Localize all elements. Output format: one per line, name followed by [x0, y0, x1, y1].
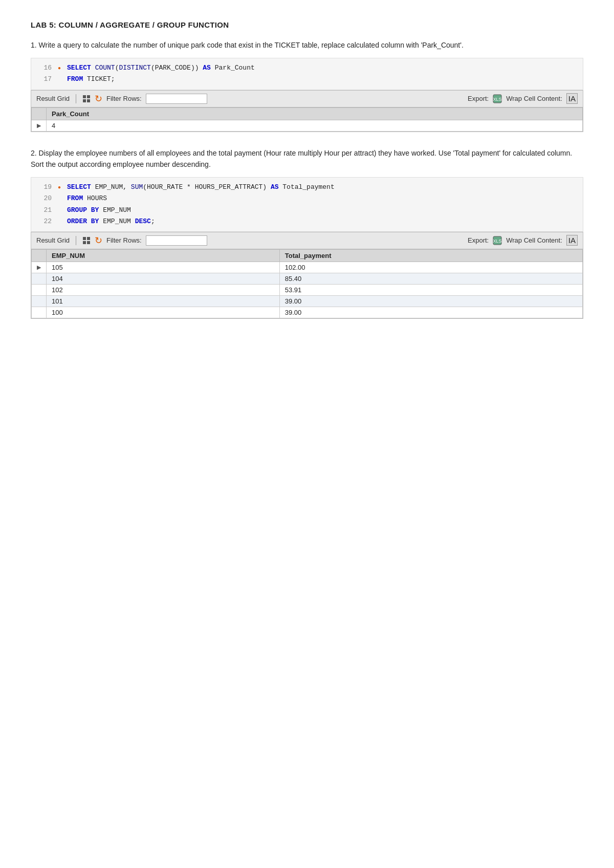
row-arrow-q2-4	[32, 295, 47, 307]
cell-emp-num-1: 105	[47, 262, 280, 273]
filter-rows-input-q1[interactable]	[146, 94, 207, 104]
wrap-label-q2: Wrap Cell Content:	[506, 236, 562, 244]
row-arrow-q1-1: ▶	[32, 120, 47, 131]
result-container-q2: Result Grid ↻ Filter Rows: Export: XLS W…	[31, 232, 583, 319]
refresh-icon-q1[interactable]: ↻	[95, 93, 102, 104]
code-block-q2: 19 ● SELECT EMP_NUM, SUM(HOUR_RATE * HOU…	[31, 177, 583, 231]
cell-total-payment-1: 102.00	[279, 262, 582, 273]
th-emp-num: EMP_NUM	[47, 249, 280, 262]
cell-total-payment-5: 39.00	[279, 307, 582, 318]
table-row: ▶ 4	[32, 120, 583, 131]
code-line-22: 22 ● ORDER BY EMP_NUM DESC;	[39, 216, 575, 227]
export-icon-q2[interactable]: XLS	[493, 236, 502, 245]
table-row: 104 85.40	[32, 273, 583, 284]
filter-rows-label-q1: Filter Rows:	[106, 95, 142, 102]
line-num-22: 22	[39, 216, 52, 227]
row-arrow-q2-5	[32, 307, 47, 318]
refresh-icon-q2[interactable]: ↻	[95, 235, 102, 246]
cell-total-payment-4: 39.00	[279, 295, 582, 307]
svg-text:XLS: XLS	[493, 238, 502, 244]
lab-title: LAB 5: COLUMN / AGGREGATE / GROUP FUNCTI…	[31, 20, 583, 29]
filter-rows-label-q2: Filter Rows:	[106, 236, 142, 244]
row-arrow-q2-3	[32, 284, 47, 295]
svg-rect-0	[83, 95, 86, 98]
code-line-2: 17 ● FROM TICKET;	[39, 74, 575, 85]
table-row: 100 39.00	[32, 307, 583, 318]
toolbar-separator-2	[76, 236, 76, 245]
result-toolbar-q1: Result Grid ↻ Filter Rows: Export: XLS W…	[31, 91, 583, 107]
code-line-1: 16 ● SELECT COUNT(DISTINCT(PARK_CODE)) A…	[39, 62, 575, 74]
cell-emp-num-5: 100	[47, 307, 280, 318]
question-2-text: 2. Display the employee numbers of all e…	[31, 147, 583, 170]
svg-rect-6	[83, 237, 86, 240]
grid-icon-q1[interactable]	[82, 95, 91, 103]
line-num-20: 20	[39, 193, 52, 204]
line-code-16: SELECT COUNT(DISTINCT(PARK_CODE)) AS Par…	[67, 62, 255, 74]
cell-total-payment-2: 85.40	[279, 273, 582, 284]
cell-emp-num-2: 104	[47, 273, 280, 284]
line-num-17: 17	[39, 74, 52, 85]
table-row: 102 53.91	[32, 284, 583, 295]
question-1-text: 1. Write a query to calculate the number…	[31, 39, 583, 51]
cell-emp-num-4: 101	[47, 295, 280, 307]
line-num-21: 21	[39, 205, 52, 216]
export-label-q1: Export:	[468, 95, 489, 102]
cell-emp-num-3: 102	[47, 284, 280, 295]
grid-icon-q2[interactable]	[82, 236, 91, 245]
result-grid-label-q2[interactable]: Result Grid	[36, 236, 70, 244]
export-label-q2: Export:	[468, 236, 489, 244]
th-arrow-q1	[32, 107, 47, 120]
row-arrow-q2-1: ▶	[32, 262, 47, 273]
wrap-label-q1: Wrap Cell Content:	[506, 95, 562, 102]
line-dot-16: ●	[58, 64, 61, 73]
result-grid-label-q1[interactable]: Result Grid	[36, 95, 70, 102]
line-code-21: GROUP BY EMP_NUM	[67, 205, 131, 216]
line-code-20: FROM HOURS	[67, 193, 107, 204]
result-table-q1: Park_Count ▶ 4	[31, 107, 583, 132]
wrap-icon-q1[interactable]: IA	[566, 93, 578, 104]
wrap-icon-q2[interactable]: IA	[566, 235, 578, 246]
svg-rect-1	[87, 95, 90, 98]
line-num-16: 16	[39, 62, 52, 74]
th-arrow-q2	[32, 249, 47, 262]
row-arrow-q2-2	[32, 273, 47, 284]
code-line-19: 19 ● SELECT EMP_NUM, SUM(HOUR_RATE * HOU…	[39, 182, 575, 193]
toolbar-separator-1	[76, 94, 76, 103]
th-park-count: Park_Count	[47, 107, 583, 120]
result-toolbar-q2: Result Grid ↻ Filter Rows: Export: XLS W…	[31, 232, 583, 249]
filter-rows-input-q2[interactable]	[146, 235, 207, 246]
result-table-q2: EMP_NUM Total_payment ▶ 105 102.00 104 8…	[31, 249, 583, 318]
toolbar-right-q1: Export: XLS Wrap Cell Content: IA	[468, 93, 578, 104]
svg-rect-7	[87, 237, 90, 240]
line-code-17: FROM TICKET;	[67, 74, 115, 85]
svg-rect-9	[87, 241, 90, 244]
th-total-payment: Total_payment	[279, 249, 582, 262]
svg-rect-8	[83, 241, 86, 244]
result-container-q1: Result Grid ↻ Filter Rows: Export: XLS W…	[31, 90, 583, 132]
cell-total-payment-3: 53.91	[279, 284, 582, 295]
toolbar-right-q2: Export: XLS Wrap Cell Content: IA	[468, 235, 578, 246]
svg-rect-2	[83, 99, 86, 102]
table-row: ▶ 105 102.00	[32, 262, 583, 273]
svg-rect-3	[87, 99, 90, 102]
line-dot-19: ●	[58, 183, 61, 192]
svg-text:XLS: XLS	[493, 97, 502, 102]
cell-park-count-1: 4	[47, 120, 583, 131]
line-num-19: 19	[39, 182, 52, 193]
table-row: 101 39.00	[32, 295, 583, 307]
code-line-20: 20 ● FROM HOURS	[39, 193, 575, 204]
line-code-19: SELECT EMP_NUM, SUM(HOUR_RATE * HOURS_PE…	[67, 182, 335, 193]
code-block-q1: 16 ● SELECT COUNT(DISTINCT(PARK_CODE)) A…	[31, 58, 583, 90]
code-line-21: 21 ● GROUP BY EMP_NUM	[39, 205, 575, 216]
line-code-22: ORDER BY EMP_NUM DESC;	[67, 216, 155, 227]
export-icon-q1[interactable]: XLS	[493, 94, 502, 103]
